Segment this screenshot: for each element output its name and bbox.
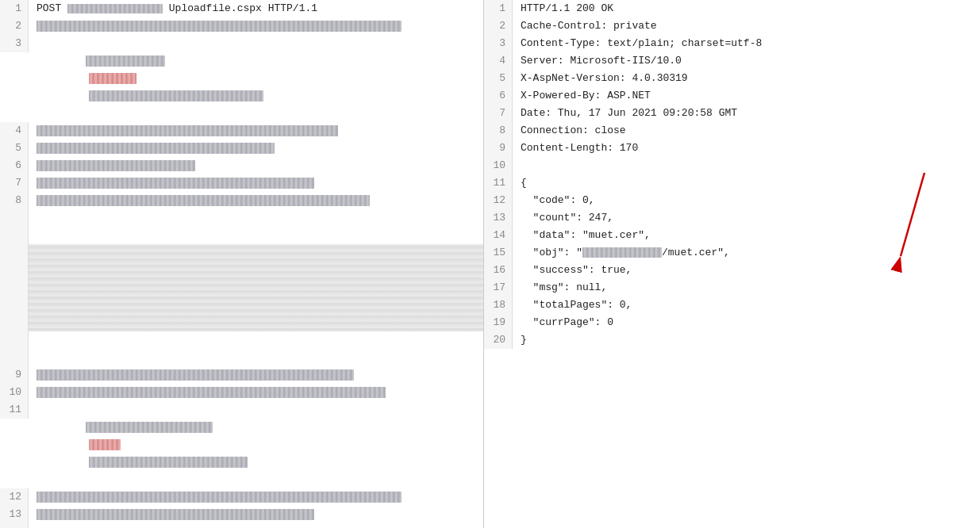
line-content-2 [29,17,483,35]
line-content-12 [29,488,483,506]
code-line-left-4: 4 [0,122,483,140]
rline-content-20: } [513,331,980,349]
rline-content-19: "currPage": 0 [513,314,980,331]
line-content-8 [29,192,483,209]
code-line-left-13: 13 [0,506,483,523]
line-num-5: 5 [0,140,29,157]
code-line-right-9: 9 Content-Length: 170 [484,140,980,157]
code-line-left-9: 9 [0,366,483,384]
code-line-right-19: 19 "currPage": 0 [484,314,980,331]
code-line-right-17: 17 "msg": null, [484,279,980,297]
code-line-left-8: 8 [0,192,483,209]
code-line-left-7: 7 [0,174,483,192]
line-num-8: 8 [0,192,29,209]
line-num-4: 4 [0,122,29,140]
code-line-right-20: 20 } [484,331,980,349]
rline-num-19: 19 [484,314,513,331]
left-panel: 1 POST Uploadfile.cspx HTTP/1.1 2 3 4 5 [0,0,484,528]
code-line-right-6: 6 X-Powered-By: ASP.NET [484,87,980,105]
line-num-1: 1 [0,0,29,17]
pixel-content-2 [29,523,483,528]
right-panel: 1 HTTP/1.1 200 OK 2 Cache-Control: priva… [484,0,980,528]
line-num-13: 13 [0,506,29,523]
code-line-left-10: 10 [0,384,483,401]
rline-content-5: X-AspNet-Version: 4.0.30319 [513,70,980,87]
code-line-left-1: 1 POST Uploadfile.cspx HTTP/1.1 [0,0,483,17]
line-num-pixel2 [0,523,29,528]
line-num-2: 2 [0,17,29,35]
line-content-11 [29,401,483,488]
pixel-art-area-2 [0,523,483,528]
line-content-7 [29,174,483,192]
code-line-right-2: 2 Cache-Control: private [484,17,980,35]
rline-num-7: 7 [484,105,513,122]
line-num-6: 6 [0,157,29,174]
rline-num-13: 13 [484,209,513,227]
line-content-6 [29,157,483,174]
rline-num-12: 12 [484,192,513,209]
rline-num-4: 4 [484,52,513,70]
code-line-left-5: 5 [0,140,483,157]
line-content-10 [29,384,483,401]
line-content-9 [29,366,483,384]
rline-num-8: 8 [484,122,513,140]
rline-num-9: 9 [484,140,513,157]
rline-num-10: 10 [484,157,513,174]
rline-content-2: Cache-Control: private [513,17,980,35]
right-code-area[interactable]: 1 HTTP/1.1 200 OK 2 Cache-Control: priva… [484,0,980,528]
rline-num-3: 3 [484,35,513,52]
rline-content-18: "totalPages": 0, [513,297,980,314]
code-line-right-7: 7 Date: Thu, 17 Jun 2021 09:20:58 GMT [484,105,980,122]
line-content-13 [29,506,483,523]
line-num-12: 12 [0,488,29,506]
line-content-3 [29,35,483,122]
line-num-11: 11 [0,401,29,419]
line-content-4 [29,122,483,140]
line-content-1: POST Uploadfile.cspx HTTP/1.1 [29,0,483,17]
rline-content-7: Date: Thu, 17 Jun 2021 09:20:58 GMT [513,105,980,122]
rline-content-1: HTTP/1.1 200 OK [513,0,980,17]
rline-content-3: Content-Type: text/plain; charset=utf-8 [513,35,980,52]
rline-num-16: 16 [484,262,513,279]
code-line-left-11: 11 [0,401,483,488]
svg-line-3 [901,173,924,256]
code-line-left-3: 3 [0,35,483,122]
rline-num-11: 11 [484,174,513,192]
line-num-3: 3 [0,35,29,52]
code-line-right-8: 8 Connection: close [484,122,980,140]
line-num-10: 10 [0,384,29,401]
left-code-area[interactable]: 1 POST Uploadfile.cspx HTTP/1.1 2 3 4 5 [0,0,483,528]
rline-content-8: Connection: close [513,122,980,140]
rline-num-15: 15 [484,244,513,262]
rline-num-20: 20 [484,331,513,349]
rline-num-14: 14 [484,227,513,244]
code-line-left-6: 6 [0,157,483,174]
code-line-left-2: 2 [0,17,483,35]
rline-num-18: 18 [484,297,513,314]
rline-content-6: X-Powered-By: ASP.NET [513,87,980,105]
rline-num-17: 17 [484,279,513,297]
code-line-right-3: 3 Content-Type: text/plain; charset=utf-… [484,35,980,52]
code-line-right-15: 15 "obj": "/muet.cer", [484,244,980,262]
pixel-art-area [0,209,483,366]
rline-num-6: 6 [484,87,513,105]
rline-content-17: "msg": null, [513,279,980,297]
pixel-content [29,209,483,366]
rline-content-4: Server: Microsoft-IIS/10.0 [513,52,980,70]
line-num-9: 9 [0,366,29,384]
rline-num-2: 2 [484,17,513,35]
code-line-left-12: 12 [0,488,483,506]
code-line-right-1: 1 HTTP/1.1 200 OK [484,0,980,17]
line-num-pixel [0,209,29,366]
code-line-right-18: 18 "totalPages": 0, [484,297,980,314]
rline-content-9: Content-Length: 170 [513,140,980,157]
code-line-right-5: 5 X-AspNet-Version: 4.0.30319 [484,70,980,87]
code-line-right-4: 4 Server: Microsoft-IIS/10.0 [484,52,980,70]
line-num-7: 7 [0,174,29,192]
line-content-5 [29,140,483,157]
rline-num-5: 5 [484,70,513,87]
right-arrow [853,165,948,268]
rline-num-1: 1 [484,0,513,17]
